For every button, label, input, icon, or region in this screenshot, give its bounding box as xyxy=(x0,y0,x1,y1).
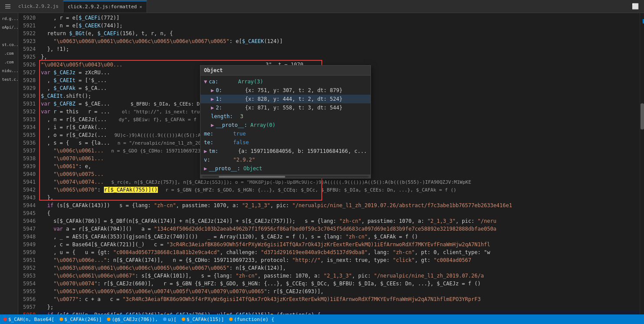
code-line-5956: "\u0077": c + a c = "3cR4Rc3AeiafBK86o9O… xyxy=(39,295,640,303)
tooltip-popup: Object ▼ ca: Array(3) ▶ 0: {x: 751, y: 3… xyxy=(200,65,371,179)
tooltip-val-te: false xyxy=(230,138,249,147)
sidebar-item-4[interactable]: nidu.... xyxy=(1,67,17,75)
tooltip-key-te: te: xyxy=(204,138,230,147)
scrollbar-thumb xyxy=(641,103,644,129)
status-text-2: $_CAFAk(246)] xyxy=(64,317,102,322)
status-dot-orange-1 xyxy=(60,317,63,321)
code-line-5942: "\u0065\u0070": r[$_CAFAk(755)]() r = $_… xyxy=(39,186,640,194)
code-line-5951: "\u0067\u006e...": n[$_CAFAk(174)], n = … xyxy=(39,256,640,264)
tab-bar: click.2.9.2.js click.2.9.2.js:formatted … xyxy=(0,0,644,13)
status-text-4: u)[ xyxy=(168,317,177,322)
status-item-4: u)[ xyxy=(163,317,177,322)
status-dot-orange-4 xyxy=(229,317,233,321)
tab-close-icon[interactable]: ✕ xyxy=(140,4,142,9)
status-dot-orange-2 xyxy=(107,317,110,321)
code-line-5920: , r = e[$_CAEFi(772)] xyxy=(39,14,640,22)
expand-icon-tm[interactable]: ▶ xyxy=(204,147,207,155)
tooltip-val-proto1: Array(0) xyxy=(247,121,275,129)
code-line-5921: , n = e[$_CAEEK(744)]; xyxy=(39,22,640,30)
tooltip-val-proto2: Object xyxy=(240,164,262,173)
expand-icon-proto1[interactable]: ▶ xyxy=(211,121,214,129)
tooltip-val-me: true xyxy=(230,129,246,138)
left-sidebar: rd.g... oApi/... st.co... .com .com nidu… xyxy=(0,13,18,314)
code-line-5947: var a = r[$_CAFAk(704)]() a = "134c40f50… xyxy=(39,225,640,233)
code-line-5958: if (s[$_CAH(n, Base64[●$_CAFAk(246)]●(●$… xyxy=(39,311,640,314)
panel-toggle[interactable]: ⬜ xyxy=(628,3,642,10)
tooltip-key-tm: tm: xyxy=(209,147,235,155)
code-line-5946: s[$_CAFAk(786)] = $_DBf(n[$_CAFAk(174)] … xyxy=(39,217,640,225)
sidebar-item-3[interactable]: .com xyxy=(1,58,17,66)
expand-icon-proto2[interactable]: ▶ xyxy=(204,164,207,173)
tooltip-key-length: length: xyxy=(211,112,237,121)
code-line-5948: , _ = AES[$_CAFAk(353)](gjson[$_CAEJz(74… xyxy=(39,233,640,241)
tooltip-val-0: {x: 751, y: 307, t: 2, dt: 879} xyxy=(242,86,342,95)
code-line-5924: }, !1); xyxy=(39,45,640,53)
tooltip-row-v: v: "2.9.2" xyxy=(200,155,370,164)
tooltip-key-v: v: xyxy=(204,155,230,164)
code-line-5957: }; xyxy=(39,303,640,311)
tooltip-val-v: "2.9.2" xyxy=(230,155,255,164)
tooltip-val-ca: Array(3) xyxy=(235,77,263,86)
tab-active[interactable]: click.2.9.2.js:formatted ✕ xyxy=(63,0,147,13)
tooltip-key-2: 2: xyxy=(216,103,242,112)
tooltip-row-me: me: true xyxy=(200,129,370,138)
code-line-5953: "\u006c\u0061\u006e\u0067": s[$_CAFAk(10… xyxy=(39,272,640,280)
sidebar-toggle[interactable] xyxy=(2,0,14,13)
tab-label-2: click.2.9.2.js:formatted xyxy=(68,4,137,10)
status-text-6: (function(e) { xyxy=(234,317,274,322)
expand-icon-2[interactable]: ▶ xyxy=(211,103,214,112)
status-dot-blue xyxy=(163,317,167,321)
tooltip-row-1: ▶ 1: {x: 828, y: 444, t: 2, dt: 524} xyxy=(200,95,370,103)
code-line-5941: "\u0074\u0074... $_rc(e, n[$_CAEJz(757)]… xyxy=(39,178,640,186)
main-layout: rd.g... oApi/... st.co... .com .com nidu… xyxy=(0,13,644,314)
tab-inactive[interactable]: click.2.9.2.js xyxy=(14,0,63,13)
svg-rect-2 xyxy=(5,8,10,9)
tooltip-row-tm[interactable]: ▶ tm: {a: 1597110684056, b: 159711068416… xyxy=(200,147,370,155)
status-item-6: (function(e) { xyxy=(229,317,274,322)
tooltip-body: ▼ ca: Array(3) ▶ 0: {x: 751, y: 307, t: … xyxy=(200,76,370,175)
tooltip-key-proto2: __proto__: xyxy=(209,164,240,173)
tooltip-val-tm: {a: 1597110684056, b: 1597110684166, c..… xyxy=(235,147,367,155)
tooltip-key-ca: ca: xyxy=(209,77,235,86)
sidebar-item-2[interactable]: .com xyxy=(1,50,17,57)
status-item-3: (@$_CAEJz(706)), xyxy=(107,317,158,322)
tooltip-row-proto1[interactable]: ▶ __proto__: Array(0) xyxy=(200,121,370,129)
expand-icon-1[interactable]: ▶ xyxy=(211,95,214,103)
tab-label-1: click.2.9.2.js xyxy=(18,3,59,9)
code-line-5945: { xyxy=(39,209,640,217)
status-dot-red xyxy=(3,317,7,321)
tooltip-scrollbar[interactable] xyxy=(200,175,370,178)
expand-icon-0[interactable]: ▶ xyxy=(211,86,214,95)
code-content: , r = e[$_CAEFi(772)] , n = e[$_CAEEK(74… xyxy=(39,13,640,314)
tooltip-key-1: 1: xyxy=(216,95,242,103)
sidebar-item-5[interactable]: test.c... xyxy=(1,76,17,83)
status-item-2: $_CAFAk(246)] xyxy=(60,317,102,322)
tooltip-row-ca[interactable]: ▼ ca: Array(3) xyxy=(200,77,370,86)
code-line-5950: , u = { u = {gt: "c0084ad0567738668c18a8… xyxy=(39,248,640,256)
code-line-5922: return $_BGt(e, $_CAEFi(156), t, r, n, { xyxy=(39,30,640,37)
tooltip-row-proto2[interactable]: ▶ __proto__: Object xyxy=(200,164,370,173)
sidebar-item-1[interactable]: st.co... xyxy=(1,41,17,49)
expand-icon-ca[interactable]: ▼ xyxy=(204,77,207,86)
code-line-5944: if (s[$_CAFAk(143)]) s = {lang: "zh-cn",… xyxy=(39,202,640,209)
status-text-5: $_CAFAk(115)] xyxy=(187,317,224,322)
code-line-5949: , c = Base64[$_CAFAk(721)](_) c = "3cR4R… xyxy=(39,241,640,248)
tooltip-row-length: length: 3 xyxy=(200,112,370,121)
status-item-5: $_CAFAk(115)] xyxy=(182,317,224,322)
code-line-5925: }, xyxy=(39,53,640,61)
right-scrollbar[interactable] xyxy=(640,13,644,314)
status-item-1: $_CAH(n, Base64[ xyxy=(3,317,54,322)
line-numbers: 59205921592259235924 5925592659275928592… xyxy=(18,13,39,314)
sidebar-item-search[interactable]: oApi/... xyxy=(1,23,17,31)
tooltip-val-2: {x: 871, y: 558, t: 3, dt: 544} xyxy=(242,103,342,112)
code-line-5952: "\u0063\u0068\u0061\u006c\u006c\u0065\u0… xyxy=(39,264,640,272)
tooltip-key-proto1: __proto__: xyxy=(216,121,247,129)
scrollbar-track xyxy=(202,176,369,178)
tooltip-key-0: 0: xyxy=(216,86,242,95)
code-line-5923: "\u0063\u0068\u0061\u006c\u006c\u0065\u0… xyxy=(39,37,640,45)
svg-rect-1 xyxy=(5,6,10,7)
sidebar-item-files[interactable]: rd.g... xyxy=(1,15,17,23)
tooltip-row-0: ▶ 0: {x: 751, y: 307, t: 2, dt: 879} xyxy=(200,86,370,95)
editor-area: 59205921592259235924 5925592659275928592… xyxy=(18,13,644,314)
status-text-1: $_CAH(n, Base64[ xyxy=(8,317,54,322)
